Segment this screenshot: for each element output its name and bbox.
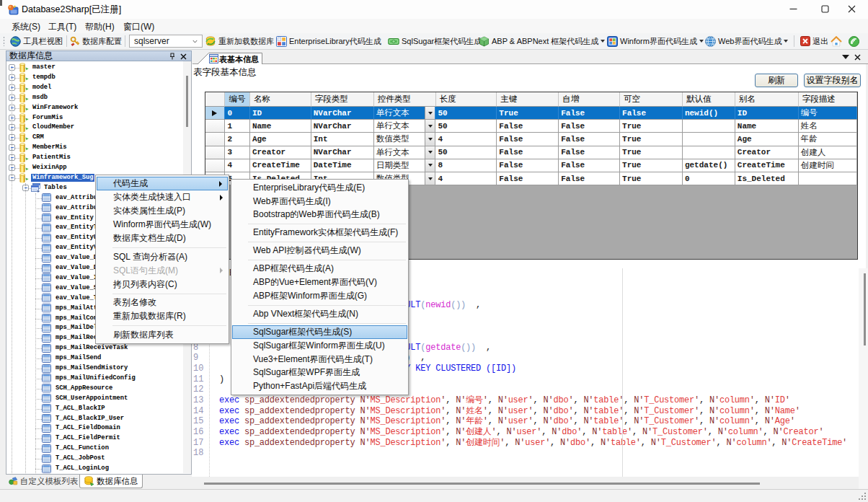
grid-cell[interactable]: ID (250, 107, 311, 120)
grid-cell[interactable]: ID (735, 107, 799, 120)
context-menu-item-实体类属性生成(P)[interactable]: 实体类属性生成(P) (97, 204, 228, 218)
grid-cell[interactable]: Name (250, 120, 311, 133)
context-menu-item-刷新数据库列表[interactable]: 刷新数据库列表 (97, 328, 228, 342)
toolbar-item-SqlSugar框架代码生成[interactable]: SqlSugar框架代码生成 (388, 33, 482, 49)
tree-node-T_ACL_FieldDomain[interactable]: T_ACL_FieldDomain (6, 423, 191, 433)
context-menu-item-SQL 查询分析器(A)[interactable]: SQL 查询分析器(A) (97, 250, 228, 264)
dropdown-arrow-icon[interactable] (699, 40, 704, 43)
toolbar-item-Web界面代码生成[interactable]: Web界面代码生成 (705, 33, 788, 49)
submenu-item-SqlSugar框架WPF界面生成[interactable]: SqlSugar框架WPF界面生成 (232, 366, 407, 380)
grid-cell[interactable]: Creator (735, 146, 799, 159)
grid-cell[interactable]: Int (311, 133, 374, 146)
grid-cell[interactable]: CreateTime (250, 159, 311, 172)
grid-column-header-长度[interactable]: 长度 (436, 92, 497, 107)
grid-cell[interactable]: False (559, 120, 620, 133)
dropdown-arrow-icon[interactable] (601, 40, 605, 43)
grid-cell[interactable]: True (620, 146, 683, 159)
menubar-item-3[interactable]: 窗口(W) (123, 21, 154, 33)
grid-cell[interactable]: 1 (225, 120, 249, 133)
grid-cell[interactable]: 日期类型 (374, 159, 436, 172)
grid-cell[interactable]: 8 (435, 159, 497, 172)
refresh-button[interactable]: 刷新 (755, 74, 798, 87)
grid-cell[interactable]: True (620, 133, 683, 146)
context-menu-item-Winform界面代码生成(W)[interactable]: Winform界面代码生成(W) (97, 218, 228, 232)
submenu-item-ABP框架Winform界面生成(G)[interactable]: ABP框架Winform界面生成(G) (232, 289, 407, 303)
grid-row-2[interactable]: 2AgeInt数值类型4FalseFalseTrueAge年龄 (205, 133, 857, 146)
toolbar-grip[interactable] (3, 36, 5, 46)
combo-dropdown-button[interactable] (425, 159, 435, 172)
grid-cell[interactable]: False (559, 146, 620, 159)
toolbar-item-Winform界面代码生成[interactable]: Winform界面代码生成 (607, 33, 704, 49)
submenu-item-Web API控制器代码生成(W)[interactable]: Web API控制器代码生成(W) (232, 245, 407, 258)
grid-cell[interactable] (683, 120, 735, 133)
toolbar-item-退出[interactable]: 退出 (800, 33, 828, 49)
database-type-combobox[interactable]: sqlserver (129, 35, 203, 48)
submenu-item-Bootstrap的Web界面代码生成(B)[interactable]: Bootstrap的Web界面代码生成(B) (232, 208, 407, 222)
grid-cell[interactable]: False (559, 133, 620, 146)
grid-cell[interactable]: Creator (250, 146, 311, 159)
tree-node-model[interactable]: model (6, 83, 191, 93)
menubar-item-1[interactable]: 工具(T) (48, 21, 76, 33)
vertical-scrollbar[interactable] (859, 268, 868, 489)
grid-cell[interactable] (799, 172, 857, 185)
row-header[interactable] (205, 133, 225, 146)
grid-cell[interactable]: False (559, 159, 620, 172)
toolbar-item-EnterpriseLibrary代码生成[interactable]: EnterpriseLibrary代码生成 (276, 33, 381, 49)
pane-dropdown-icon[interactable] (842, 54, 849, 60)
grid-cell[interactable]: 单行文本 (374, 120, 436, 133)
grid-column-header-默认值[interactable]: 默认值 (683, 92, 735, 107)
dock-close-icon[interactable] (180, 53, 187, 60)
grid-column-header-自增[interactable]: 自增 (559, 92, 620, 107)
grid-cell[interactable]: Name (735, 120, 799, 133)
grid-cell[interactable]: 编号 (799, 107, 857, 120)
submenu-item-Vue3+Element界面代码生成(T)[interactable]: Vue3+Element界面代码生成(T) (232, 353, 407, 366)
tree-node-T_ACL_LoginLog[interactable]: T_ACL_LoginLog (6, 464, 191, 474)
tree-node-WinFramework[interactable]: WinFramework (6, 103, 191, 113)
grid-cell[interactable]: False (497, 120, 559, 133)
tree-node-master[interactable]: master (6, 63, 191, 73)
grid-cell[interactable]: 单行文本 (374, 107, 436, 120)
menubar-item-0[interactable]: 系统(S) (12, 21, 40, 33)
grid-cell[interactable]: 创建时间 (799, 159, 857, 172)
grid-cell[interactable]: DateTime (311, 159, 374, 172)
tree-scrollbar-thumb[interactable] (186, 76, 188, 127)
grid-cell[interactable]: Is_Deleted (735, 172, 799, 185)
tab-custom-template-list[interactable]: 自定义模板列表 (9, 475, 79, 488)
context-menu-item-数据库文档生成(D)[interactable]: 数据库文档生成(D) (97, 232, 228, 245)
grid-cell[interactable]: True (620, 172, 683, 185)
grid-cell[interactable]: 4 (225, 159, 249, 172)
set-field-alias-button[interactable]: 设置字段别名 (804, 74, 861, 87)
context-menu-item-重新加载数据库(R)[interactable]: 重新加载数据库(R) (97, 309, 228, 323)
grid-cell[interactable]: NVarChar (311, 107, 374, 120)
tree-node-mps_MailSend[interactable]: mps_MailSend (6, 353, 191, 364)
tree-node-T_ACL_Function[interactable]: T_ACL_Function (6, 444, 191, 454)
grid-column-header-名称[interactable]: 名称 (250, 92, 311, 107)
tree-node-T_ACL_BlackIP_User[interactable]: T_ACL_BlackIP_User (6, 414, 191, 424)
toolbar-item-home-icon[interactable] (831, 33, 844, 49)
grid-cell[interactable]: CreateTime (735, 159, 799, 172)
tree-node-ForumMis[interactable]: ForumMis (6, 113, 191, 123)
submenu-item-Web界面代码生成(I)[interactable]: Web界面代码生成(I) (232, 195, 407, 208)
grid-cell[interactable]: True (620, 120, 683, 133)
grid-cell[interactable]: False (620, 107, 683, 120)
submenu-item-Python+FastApi后端代码生成[interactable]: Python+FastApi后端代码生成 (232, 379, 407, 393)
grid-column-header-字段类型[interactable]: 字段类型 (311, 92, 374, 107)
grid-cell[interactable]: 0 (225, 107, 249, 120)
grid-cell[interactable]: True (620, 159, 683, 172)
toolbar-item-green-swirl-icon[interactable] (849, 33, 862, 49)
tree-node-CRM[interactable]: CRM (6, 133, 191, 143)
row-header[interactable] (205, 159, 225, 172)
toolbar-item-数据库配置[interactable]: 数据库配置 (70, 33, 122, 49)
tree-node-SCH_UserAppointment[interactable]: SCH_UserAppointment (6, 394, 191, 404)
tree-node-WeixinApp[interactable]: WeixinApp (6, 163, 191, 173)
grid-cell[interactable]: 3 (225, 146, 249, 159)
dropdown-arrow-icon[interactable] (784, 40, 788, 43)
row-header[interactable] (205, 107, 225, 120)
grid-column-header-别名[interactable]: 别名 (735, 92, 799, 107)
grid-cell[interactable]: True (497, 107, 559, 120)
tree-node-PatientMis[interactable]: PatientMis (6, 153, 191, 163)
grid-column-header-主键[interactable]: 主键 (497, 92, 559, 107)
grid-row-1[interactable]: 1NameNVarChar单行文本50FalseFalseTrueName姓名 (205, 120, 857, 133)
grid-cell[interactable]: 50 (435, 107, 497, 120)
grid-row-0[interactable]: 0IDNVarChar单行文本50TrueFalseFalsenewid()ID… (205, 107, 857, 120)
